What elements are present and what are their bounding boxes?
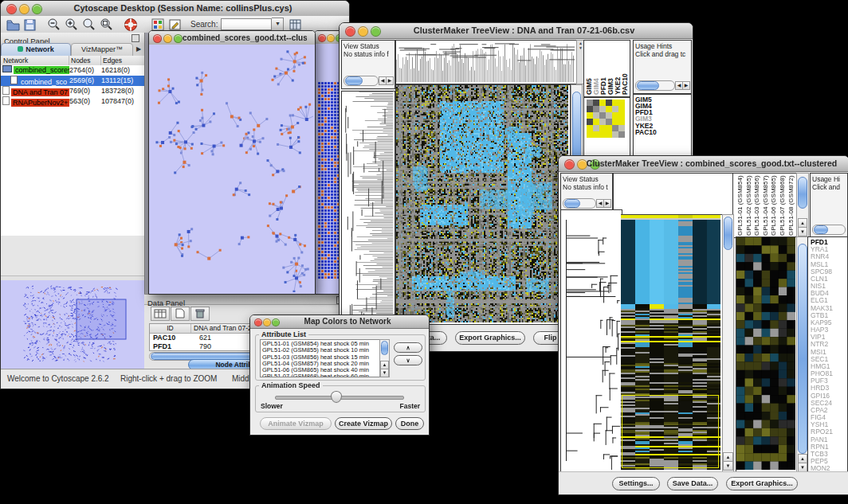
minimize-button[interactable] xyxy=(163,34,172,43)
column-label[interactable]: GPL51-03 (GSM856) xyxy=(752,174,761,237)
scroll-right-button[interactable]: ▶ xyxy=(603,199,611,208)
column-label[interactable]: GPL51-02 (GSM855) xyxy=(744,174,753,237)
close-button[interactable] xyxy=(254,318,262,326)
matrix-cell[interactable] xyxy=(612,125,618,131)
matrix-cell[interactable] xyxy=(587,131,593,138)
gene-dendrogram-canvas[interactable] xyxy=(561,210,620,470)
zoom-in-icon[interactable] xyxy=(65,18,79,32)
speed-slider-thumb[interactable] xyxy=(331,391,342,403)
matrix-cell[interactable] xyxy=(587,112,593,119)
scroll-right-button[interactable]: ▶ xyxy=(386,76,394,85)
matrix-cell[interactable] xyxy=(606,112,612,119)
view-status-hscrollbar[interactable] xyxy=(563,198,596,209)
matrix-cell[interactable] xyxy=(612,119,618,125)
matrix-cell[interactable] xyxy=(593,106,599,112)
matrix-cell[interactable] xyxy=(612,106,618,112)
zoom-heatmap-panel[interactable] xyxy=(736,236,798,472)
global-heatmap-canvas[interactable] xyxy=(621,215,720,470)
scroll-down-button[interactable]: ▼ xyxy=(380,369,389,377)
column-labels-panel[interactable]: GPL51-01 (GSM854)GPL51-02 (GSM855)GPL51-… xyxy=(732,173,798,238)
col-id[interactable]: ID xyxy=(150,324,191,333)
array-dendrogram-panel[interactable] xyxy=(613,173,734,216)
gene-dendrogram-panel[interactable] xyxy=(560,209,622,472)
network-overview-panel[interactable] xyxy=(1,280,144,369)
move-down-button[interactable]: ∨ xyxy=(394,355,422,365)
matrix-cell[interactable] xyxy=(618,112,625,119)
matrix-cell[interactable] xyxy=(593,125,599,131)
matrix-cell[interactable] xyxy=(606,131,612,138)
matrix-cell[interactable] xyxy=(618,100,625,106)
minimize-button[interactable] xyxy=(327,34,335,42)
attribute-list[interactable]: GPL51-01 (GSM854) heat shock 05 minGPL51… xyxy=(260,339,381,377)
heatmap-vscrollbar[interactable]: ▲ ▼ xyxy=(722,214,734,472)
annotation-icon[interactable] xyxy=(168,18,183,32)
minimize-button[interactable] xyxy=(263,318,271,326)
network-row-combined-sco-selected[interactable]: combined_sco 2569(6) 13112(15) xyxy=(1,76,144,86)
col-edges[interactable]: Edges xyxy=(101,56,143,65)
close-button[interactable] xyxy=(345,26,355,37)
matrix-cell[interactable] xyxy=(599,119,606,125)
create-vizmap-button[interactable]: Create Vizmap xyxy=(335,417,392,430)
matrix-cell[interactable] xyxy=(606,100,612,106)
vizmapper-colors-icon[interactable] xyxy=(151,18,165,32)
column-labels-panel[interactable]: GIM5GIM4PFD1GIM3YKE2PAC10 xyxy=(583,40,630,97)
zoom-selected-icon[interactable] xyxy=(100,18,114,32)
attribute-list-item[interactable]: GPL51-07 (GSM868) heat shock 60 min xyxy=(262,373,380,377)
zoom-heatmap-canvas[interactable] xyxy=(736,237,795,470)
network-overview-canvas[interactable] xyxy=(1,280,143,368)
matrix-cell[interactable] xyxy=(612,112,618,119)
global-heatmap-canvas[interactable] xyxy=(396,85,568,322)
delete-attribute-icon[interactable] xyxy=(190,307,210,321)
attribute-import-icon[interactable] xyxy=(289,18,303,32)
network-row-dna-tran[interactable]: DNA and Tran 07 769(0) 183728(0) xyxy=(1,86,144,96)
export-graphics-button[interactable]: Export Graphics... xyxy=(455,331,525,345)
column-label[interactable]: GPL51-01 (GSM854) xyxy=(736,174,744,237)
column-label[interactable]: PAC10 xyxy=(622,41,629,96)
save-data-button[interactable]: Save Data... xyxy=(667,477,718,490)
animate-vizmap-button[interactable]: Animate Vizmap xyxy=(260,417,332,430)
network-row-combined-scores[interactable]: combined_scores 2764(0) 16218(0) xyxy=(1,65,144,76)
matrix-cell[interactable] xyxy=(599,125,606,131)
matrix-cell[interactable] xyxy=(612,100,618,106)
column-label[interactable]: GPL51-08 (GSM872) xyxy=(787,174,795,237)
close-button[interactable] xyxy=(6,4,17,14)
zoom-window-button[interactable] xyxy=(174,34,183,43)
matrix-cell[interactable] xyxy=(593,119,599,125)
gene-dendrogram-panel[interactable] xyxy=(341,91,395,325)
scroll-down-button[interactable]: ▼ xyxy=(798,227,807,236)
array-dendrogram-panel[interactable] xyxy=(395,40,577,84)
new-attribute-icon[interactable] xyxy=(171,307,190,321)
network-graph-canvas[interactable] xyxy=(149,45,313,292)
zoom-out-icon[interactable] xyxy=(47,18,61,32)
zoom-fit-icon[interactable] xyxy=(82,18,96,32)
search-input[interactable] xyxy=(221,18,272,30)
column-label[interactable]: GPL51-07 (GSM868) xyxy=(778,174,787,237)
tab-overflow-button[interactable]: ▶ xyxy=(133,43,144,56)
attribute-list-vscrollbar[interactable]: ▲ ▼ xyxy=(379,339,390,377)
matrix-cell[interactable] xyxy=(606,119,612,125)
matrix-cell[interactable] xyxy=(612,131,618,138)
array-dendrogram-canvas[interactable] xyxy=(396,41,575,82)
matrix-cell[interactable] xyxy=(606,106,612,112)
close-button[interactable] xyxy=(318,34,326,42)
matrix-cell[interactable] xyxy=(618,125,625,131)
matrix-cell[interactable] xyxy=(599,112,606,119)
gene-label[interactable]: PAC10 xyxy=(635,129,691,135)
gene-dendrogram-canvas[interactable] xyxy=(342,92,393,322)
save-icon[interactable] xyxy=(23,18,37,32)
column-label[interactable]: GPL51-06 (GSM865) xyxy=(769,174,778,237)
scroll-down-button[interactable]: ▼ xyxy=(723,461,733,471)
matrix-cell[interactable] xyxy=(599,100,606,106)
matrix-cell[interactable] xyxy=(606,125,612,131)
scroll-right-button[interactable]: ▶ xyxy=(682,81,690,90)
matrix-cell[interactable] xyxy=(593,100,599,106)
matrix-cell[interactable] xyxy=(593,112,599,119)
usage-hints-hscrollbar[interactable] xyxy=(812,225,846,235)
gene-labels-panel[interactable]: PFD1YRA1RNR4MSL1SPC98CLN1NIS1BUD4ELG1MAK… xyxy=(807,236,848,472)
settings-button[interactable]: Settings... xyxy=(612,477,660,490)
close-button[interactable] xyxy=(564,159,575,170)
matrix-cell[interactable] xyxy=(618,106,625,112)
open-file-icon[interactable] xyxy=(6,18,20,32)
column-label[interactable]: GPL51-04 (GSM857) xyxy=(761,174,770,237)
matrix-cell[interactable] xyxy=(599,131,606,138)
